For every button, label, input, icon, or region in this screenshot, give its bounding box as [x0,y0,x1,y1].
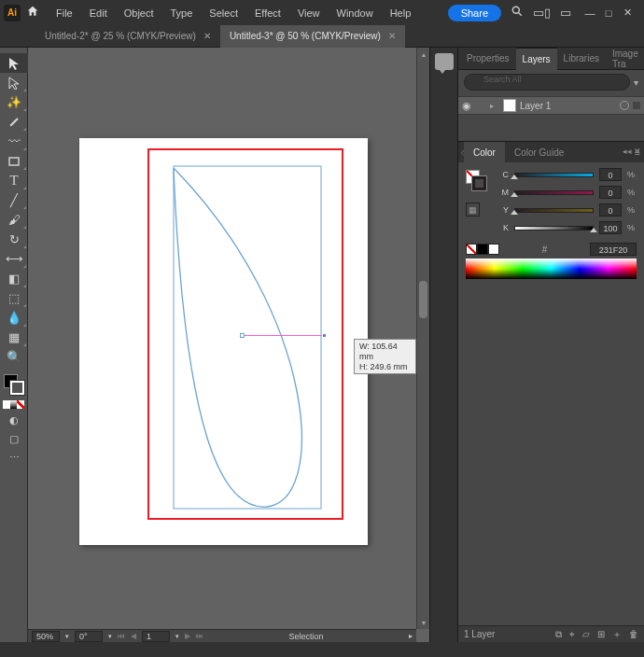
selection-tool[interactable] [0,53,28,73]
quick-swatches[interactable] [466,244,499,255]
stroke-swatch[interactable] [10,381,24,395]
menu-object[interactable]: Object [117,4,161,22]
tab-libraries[interactable]: Libraries [557,48,606,70]
rotate-tool[interactable]: ↻ [0,230,28,249]
menu-edit[interactable]: Edit [82,4,115,22]
color-panel: ◇ Color Color Guide ≡ ▦ C [458,141,644,285]
extra-swatch[interactable]: ▦ [466,203,480,217]
tab-image-trace[interactable]: Image Tra [606,48,644,70]
artboard-field[interactable]: 1 [142,631,170,642]
curve-path[interactable] [174,166,321,509]
rotation-dropdown-icon[interactable]: ▾ [108,633,112,640]
tab-properties[interactable]: Properties [460,48,516,70]
layer-options-icon[interactable]: ⧉ [555,629,562,640]
width-tool[interactable]: ⟷ [0,249,28,269]
layer-search-input[interactable]: Search All [464,74,630,91]
selection-indicator[interactable] [633,102,640,109]
home-icon[interactable] [26,5,39,21]
magic-wand-tool[interactable]: ✨ [0,92,28,112]
make-clipping-mask-icon[interactable]: ▱ [582,629,590,639]
close-panel-icon[interactable]: ✕ [634,147,641,156]
hex-input[interactable]: 231F20 [590,243,637,256]
scroll-right-arrow[interactable]: ▸ [409,632,413,640]
arrange-windows-icon[interactable]: ▭▯ [533,6,551,20]
zoom-tool[interactable]: 🔍 [0,347,28,367]
maximize-button[interactable]: □ [599,5,618,21]
zoom-field[interactable]: 50% [32,631,60,642]
doc-tab-1[interactable]: Untitled-2* @ 25 % (CMYK/Preview) ✕ [35,25,220,48]
pen-tool[interactable] [0,112,28,132]
eraser-tool[interactable]: ◧ [0,269,28,288]
yellow-slider[interactable] [514,205,594,215]
eyedropper-tool[interactable]: 💧 [0,308,28,328]
new-layer-icon[interactable]: ＋ [612,628,622,641]
artboard-dropdown-icon[interactable]: ▾ [175,633,179,640]
layer-name[interactable]: Layer 1 [520,101,616,111]
filter-icon[interactable]: ▾ [634,77,638,88]
magenta-slider[interactable] [514,188,594,197]
tab-color-guide[interactable]: Color Guide [505,142,573,162]
rectangle-tool[interactable] [0,151,28,171]
curvature-tool[interactable]: 〰 [0,132,28,151]
type-tool[interactable]: T [0,171,28,190]
search-icon[interactable] [511,5,524,21]
color-spectrum[interactable] [466,259,637,279]
line-tool[interactable]: ╱ [0,190,28,210]
color-mode-swatches[interactable] [3,400,24,409]
cyan-value[interactable]: 0 [599,168,622,181]
paintbrush-tool[interactable]: 🖌 [0,210,28,230]
magenta-value[interactable]: 0 [599,186,622,199]
collapse-icon[interactable]: ◂◂ [623,147,632,156]
close-tab-icon[interactable]: ✕ [203,31,211,41]
doc-tab-1-label: Untitled-2* @ 25 % (CMYK/Preview) [45,31,196,41]
workspace-switcher-icon[interactable]: ▭ [560,6,571,20]
artboard-next-icon[interactable]: ▶ [185,632,190,640]
fill-stroke-mini[interactable] [466,170,490,194]
minimize-button[interactable]: — [581,5,599,21]
target-icon[interactable] [620,101,629,110]
doc-tab-2[interactable]: Untitled-3* @ 50 % (CMYK/Preview) ✕ [220,25,405,48]
new-sublayer-icon[interactable]: ⊞ [597,629,605,639]
cyan-slider[interactable] [514,170,594,179]
vertical-scrollbar[interactable]: ▴ ▾ [416,48,429,629]
gradient-tool[interactable]: ▦ [0,328,28,347]
shape-builder-tool[interactable]: ⬚ [0,288,28,308]
rotation-field[interactable]: 0° [75,631,103,642]
artboard-first-icon[interactable]: ⏮ [118,632,125,640]
tab-layers[interactable]: Layers [516,48,557,70]
menu-window[interactable]: Window [329,4,381,22]
black-slider[interactable] [514,223,594,232]
close-button[interactable]: ✕ [618,5,637,21]
expand-icon[interactable]: ▸ [490,102,499,110]
comments-icon[interactable] [435,53,454,70]
yellow-value[interactable]: 0 [599,203,622,217]
tools-panel: ✨ 〰 T ╱ 🖌 ↻ ⟷ ◧ ⬚ 💧 ▦ 🔍 ◐ ▢ ⋯ [0,48,28,642]
delete-layer-icon[interactable]: 🗑 [629,629,638,639]
edit-toolbar-icon[interactable]: ⋯ [0,448,28,467]
fill-stroke-swatch[interactable] [0,372,28,398]
menu-effect[interactable]: Effect [247,4,288,22]
share-button[interactable]: Share [448,5,501,21]
layer-row[interactable]: ◉ ▸ Layer 1 [458,96,644,115]
artboard-last-icon[interactable]: ⏭ [196,632,203,640]
black-value[interactable]: 100 [599,221,622,234]
menu-select[interactable]: Select [202,4,245,22]
direct-selection-tool[interactable] [0,73,28,92]
close-tab-icon[interactable]: ✕ [388,31,396,41]
menu-help[interactable]: Help [383,4,419,22]
locate-object-icon[interactable]: ⌖ [569,629,575,640]
stroke-swatch[interactable] [472,176,486,190]
artboard-prev-icon[interactable]: ◀ [131,632,136,640]
visibility-icon[interactable]: ◉ [462,100,475,112]
scroll-thumb[interactable] [419,281,427,318]
tab-color[interactable]: Color [464,142,505,162]
scroll-down-arrow[interactable]: ▾ [417,616,429,629]
draw-mode-icon[interactable]: ◐ [0,411,28,429]
scroll-up-arrow[interactable]: ▴ [417,48,429,61]
screen-mode-icon[interactable]: ▢ [0,429,28,448]
zoom-dropdown-icon[interactable]: ▾ [65,633,69,640]
menu-view[interactable]: View [290,4,328,22]
menu-type[interactable]: Type [163,4,201,22]
menu-file[interactable]: File [49,4,80,22]
canvas-viewport[interactable]: W: 105.64 mm H: 249.6 mm ▴ ▾ 50% ▾ 0° ▾ … [28,48,429,642]
